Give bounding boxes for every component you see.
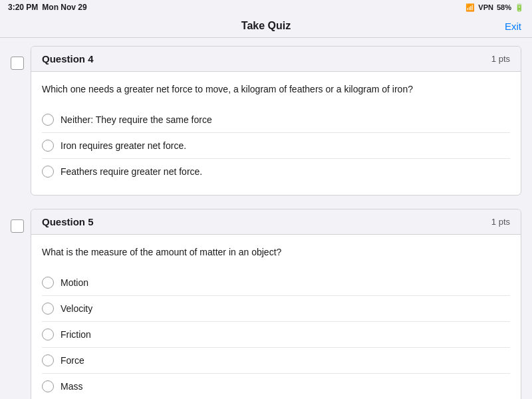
question-5-pts: 1 pts [491,217,510,227]
question-5-body: What is the measure of the amount of mat… [31,235,521,399]
time: 3:20 PM [8,3,38,12]
question-4-option-1[interactable]: Iron requires greater net force. [42,132,510,158]
status-bar: 3:20 PM Mon Nov 29 📶 VPN 58% 🔋 [0,0,532,15]
question-4-options: Neither: They require the same forceIron… [42,107,510,184]
question-4-header: Question 41 pts [31,47,521,72]
question-5-options: MotionVelocityFrictionForceMassSpeed [42,270,510,399]
question-5-option-0[interactable]: Motion [42,270,510,295]
question-4-option-label-0: Neither: They require the same force [61,114,212,125]
question-5-block: Question 51 ptsWhat is the measure of th… [11,209,521,399]
question-5-option-1[interactable]: Velocity [42,295,510,321]
question-5-radio-1[interactable] [42,303,54,315]
question-4-option-2[interactable]: Feathers require greater net force. [42,158,510,184]
question-4-text: Which one needs a greater net force to m… [42,82,510,96]
question-5-radio-3[interactable] [42,354,54,366]
question-4-pts: 1 pts [491,54,510,64]
question-5-title: Question 5 [42,216,94,227]
question-5-option-label-0: Motion [61,277,88,288]
question-5-option-label-1: Velocity [61,303,92,314]
question-5-text: What is the measure of the amount of mat… [42,245,510,259]
content: Question 41 ptsWhich one needs a greater… [0,38,532,399]
question-5-radio-2[interactable] [42,329,54,340]
question-5-radio-4[interactable] [42,380,54,392]
status-right: 📶 VPN 58% 🔋 [466,3,524,12]
question-4-radio-0[interactable] [42,114,54,126]
question-5-option-3[interactable]: Force [42,347,510,373]
battery-level: 58% [497,3,511,11]
question-4-block: Question 41 ptsWhich one needs a greater… [11,46,521,196]
question-4-card: Question 41 ptsWhich one needs a greater… [31,46,521,196]
date: Mon Nov 29 [42,3,86,12]
question-4-option-label-1: Iron requires greater net force. [61,140,186,151]
question-4-option-label-2: Feathers require greater net force. [61,166,202,177]
question-4-radio-2[interactable] [42,166,54,178]
header-title: Take Quiz [241,20,291,32]
question-5-card: Question 51 ptsWhat is the measure of th… [31,209,521,399]
question-4-radio-1[interactable] [42,140,54,152]
question-5-option-4[interactable]: Mass [42,373,510,399]
question-4-option-0[interactable]: Neither: They require the same force [42,107,510,132]
question-4-body: Which one needs a greater net force to m… [31,72,521,195]
question-4-checkbox[interactable] [11,57,24,70]
status-left: 3:20 PM Mon Nov 29 [8,3,87,12]
question-5-radio-0[interactable] [42,277,54,289]
question-5-checkbox[interactable] [11,219,24,233]
question-4-title: Question 4 [42,53,94,65]
wifi-icon: 📶 [466,3,475,12]
question-5-option-label-2: Friction [61,329,91,340]
question-5-option-label-3: Force [61,355,84,366]
header: Take Quiz Exit [0,15,532,38]
battery-icon: 🔋 [515,3,524,12]
vpn-label: VPN [478,3,493,11]
exit-button[interactable]: Exit [505,21,521,32]
question-5-option-2[interactable]: Friction [42,321,510,347]
question-5-option-label-4: Mass [61,381,82,392]
question-5-header: Question 51 pts [31,209,521,235]
